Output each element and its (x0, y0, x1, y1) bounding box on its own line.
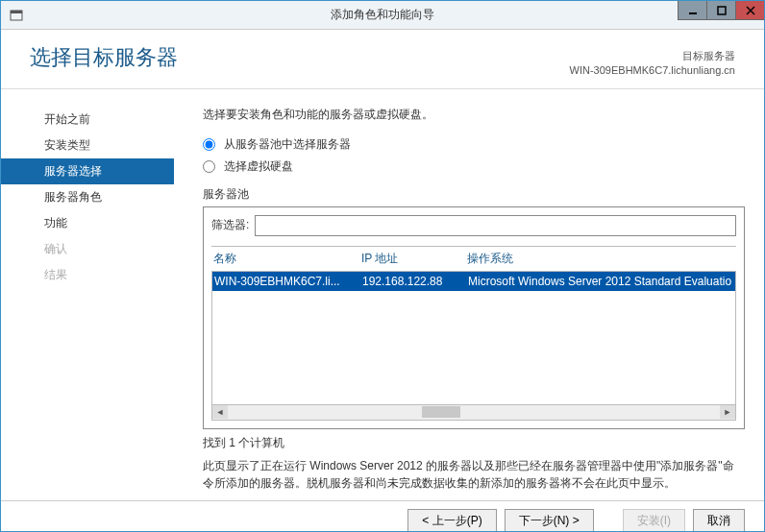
wizard-content: 选择要安装角色和功能的服务器或虚拟硬盘。 从服务器池中选择服务器 选择虚拟硬盘 … (174, 89, 764, 500)
col-header-os[interactable]: 操作系统 (467, 251, 734, 267)
window-titlebar: 添加角色和功能向导 (1, 1, 764, 30)
radio-vhd-text: 选择虚拟硬盘 (224, 159, 293, 173)
filter-label: 筛选器: (211, 217, 249, 233)
radio-vhd[interactable] (203, 160, 215, 173)
target-value: WIN-309EBHMK6C7.lichunliang.cn (570, 63, 735, 78)
col-header-ip[interactable]: IP 地址 (361, 251, 467, 267)
previous-button[interactable]: < 上一步(P) (407, 509, 496, 532)
radio-server-pool-label[interactable]: 从服务器池中选择服务器 (203, 136, 745, 153)
step-server-roles[interactable]: 服务器角色 (1, 184, 174, 210)
step-server-selection[interactable]: 服务器选择 (1, 158, 174, 184)
computer-count-text: 找到 1 个计算机 (203, 435, 745, 451)
svg-rect-1 (11, 11, 22, 13)
step-confirmation: 确认 (1, 236, 174, 262)
step-results: 结果 (1, 262, 174, 288)
target-server-info: 目标服务器 WIN-309EBHMK6C7.lichunliang.cn (570, 49, 735, 79)
col-header-name[interactable]: 名称 (213, 251, 361, 267)
radio-server-pool-text: 从服务器池中选择服务器 (224, 137, 351, 151)
step-installation-type[interactable]: 安装类型 (1, 133, 174, 158)
server-table-header: 名称 IP 地址 操作系统 (211, 246, 736, 271)
step-features[interactable]: 功能 (1, 210, 174, 236)
scroll-right-arrow-icon[interactable]: ► (720, 405, 735, 419)
app-icon (7, 6, 26, 25)
server-pool-box: 筛选器: 名称 IP 地址 操作系统 WIN-309EBHMK6C7.li...… (203, 206, 745, 429)
filter-input[interactable] (255, 215, 736, 236)
server-table-body: WIN-309EBHMK6C7.li... 192.168.122.88 Mic… (211, 271, 736, 405)
svg-rect-3 (718, 7, 726, 14)
radio-server-pool[interactable] (203, 138, 215, 151)
cell-os: Microsoft Windows Server 2012 Standard E… (468, 275, 733, 288)
wizard-header: 选择目标服务器 目标服务器 WIN-309EBHMK6C7.lichunlian… (1, 30, 764, 89)
scroll-thumb[interactable] (422, 406, 460, 418)
description-text: 此页显示了正在运行 Windows Server 2012 的服务器以及那些已经… (203, 457, 745, 492)
cell-ip: 192.168.122.88 (362, 275, 468, 288)
target-label: 目标服务器 (570, 49, 735, 63)
wizard-body: 开始之前 安装类型 服务器选择 服务器角色 功能 确认 结果 选择要安装角色和功… (1, 89, 764, 500)
scroll-left-arrow-icon[interactable]: ◄ (212, 405, 228, 419)
page-title: 选择目标服务器 (30, 43, 178, 72)
cell-name: WIN-309EBHMK6C7.li... (214, 275, 362, 288)
horizontal-scrollbar[interactable]: ◄ ► (211, 405, 736, 421)
table-row[interactable]: WIN-309EBHMK6C7.li... 192.168.122.88 Mic… (212, 272, 735, 291)
server-pool-label: 服务器池 (203, 186, 745, 203)
wizard-footer: < 上一步(P) 下一步(N) > 安装(I) 取消 (1, 500, 764, 532)
radio-vhd-label[interactable]: 选择虚拟硬盘 (203, 158, 745, 175)
instruction-text: 选择要安装角色和功能的服务器或虚拟硬盘。 (203, 107, 745, 123)
window-maximize-button[interactable] (706, 1, 735, 20)
filter-row: 筛选器: (211, 215, 736, 236)
step-before-you-begin[interactable]: 开始之前 (1, 107, 174, 133)
window-minimize-button[interactable] (678, 1, 706, 20)
destination-radio-group: 从服务器池中选择服务器 选择虚拟硬盘 (203, 136, 745, 175)
wizard-steps-sidebar: 开始之前 安装类型 服务器选择 服务器角色 功能 确认 结果 (1, 89, 174, 500)
cancel-button[interactable]: 取消 (693, 509, 745, 532)
window-title: 添加角色和功能向导 (331, 7, 434, 23)
install-button: 安装(I) (623, 509, 685, 532)
window-close-button[interactable] (735, 1, 764, 20)
next-button[interactable]: 下一步(N) > (505, 509, 594, 532)
